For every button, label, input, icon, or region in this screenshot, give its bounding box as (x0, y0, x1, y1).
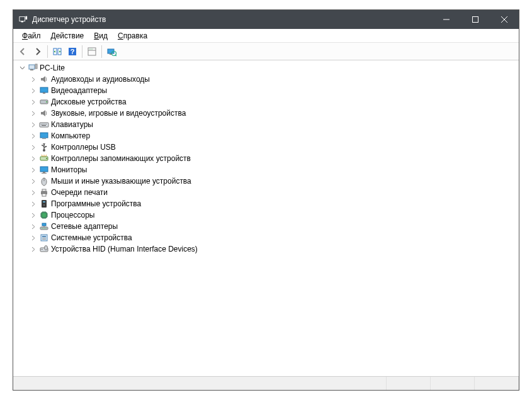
expander-closed-icon[interactable] (28, 119, 38, 130)
svg-rect-29 (43, 124, 44, 125)
titlebar: Диспетчер устройств (13, 10, 519, 29)
category-node[interactable]: Сетевые адаптеры (13, 221, 519, 232)
svg-line-18 (115, 55, 116, 56)
properties-button[interactable] (85, 45, 99, 58)
minimize-button[interactable] (432, 10, 461, 29)
category-node[interactable]: Видеоадаптеры (13, 85, 519, 96)
svg-rect-52 (42, 213, 47, 218)
audio-icon (39, 108, 49, 118)
expander-closed-icon[interactable] (28, 187, 38, 197)
menu-file[interactable]: Файл (17, 30, 46, 42)
expander-closed-icon[interactable] (28, 233, 38, 243)
category-node[interactable]: Устройства HID (Human Interface Devices) (13, 243, 519, 255)
svg-rect-72 (42, 236, 46, 237)
expander-closed-icon[interactable] (28, 74, 38, 84)
toolbar: ? (13, 43, 519, 60)
category-label: Сетевые адаптеры (51, 221, 118, 232)
category-label: Контроллеры USB (51, 142, 116, 153)
statusbar (13, 376, 519, 390)
app-icon (18, 14, 28, 25)
toolbar-separator (82, 45, 82, 58)
svg-rect-27 (41, 124, 42, 125)
back-button[interactable] (16, 45, 30, 58)
category-node[interactable]: Системные устройства (13, 232, 519, 243)
svg-rect-47 (42, 189, 46, 191)
status-cell (475, 377, 519, 390)
category-label: Клавиатуры (51, 119, 93, 130)
menu-action[interactable]: Действие (46, 30, 89, 42)
audio-icon (39, 74, 49, 84)
show-hide-console-button[interactable] (50, 45, 64, 58)
category-label: Видеоадаптеры (51, 85, 107, 96)
category-node[interactable]: Клавиатуры (13, 119, 519, 130)
category-node[interactable]: Мыши и иные указывающие устройства (13, 175, 519, 187)
expander-closed-icon[interactable] (28, 86, 38, 96)
computer-icon (39, 131, 49, 141)
category-label: Контроллеры запоминающих устройств (51, 153, 191, 164)
expander-closed-icon[interactable] (28, 97, 38, 107)
svg-rect-48 (42, 194, 46, 196)
toolbar-separator (101, 45, 102, 58)
expander-closed-icon[interactable] (28, 165, 38, 175)
processor-icon (39, 210, 49, 220)
network-icon (39, 221, 49, 231)
root-node[interactable]: PC-Lite (13, 62, 519, 74)
svg-rect-74 (42, 239, 46, 240)
category-node[interactable]: Программные устройства (13, 198, 519, 209)
svg-rect-33 (40, 133, 48, 138)
expander-closed-icon[interactable] (28, 244, 38, 254)
svg-rect-43 (42, 173, 47, 174)
close-button[interactable] (490, 10, 519, 29)
svg-rect-26 (40, 123, 48, 127)
category-node[interactable]: Аудиовходы и аудиовыходы (13, 74, 519, 85)
forward-button[interactable] (31, 45, 45, 58)
svg-point-25 (46, 101, 47, 103)
svg-rect-49 (42, 200, 47, 208)
expander-closed-icon[interactable] (28, 131, 38, 141)
category-node[interactable]: Очереди печати (13, 187, 519, 198)
category-label: Мыши и иные указывающие устройства (51, 175, 191, 187)
svg-point-13 (89, 48, 90, 49)
svg-rect-4 (473, 17, 478, 23)
svg-point-70 (45, 228, 46, 228)
category-node[interactable]: Контроллеры USB (13, 142, 519, 153)
menu-help[interactable]: Справка (113, 30, 152, 42)
svg-rect-1 (21, 21, 24, 23)
svg-rect-42 (43, 172, 45, 173)
expander-closed-icon[interactable] (28, 108, 38, 118)
svg-rect-31 (46, 124, 47, 125)
menu-view[interactable]: Вид (89, 30, 113, 42)
expander-closed-icon[interactable] (28, 210, 38, 220)
svg-point-51 (43, 204, 45, 206)
maximize-button[interactable] (461, 10, 490, 29)
svg-rect-23 (43, 92, 45, 94)
computer-root-icon (28, 63, 38, 73)
window-controls (432, 10, 519, 29)
category-node[interactable]: Звуковые, игровые и видеоустройства (13, 108, 519, 119)
svg-rect-2 (26, 16, 28, 19)
device-tree[interactable]: PC-Lite Аудиовходы и аудиовыходыВидеоада… (13, 60, 519, 376)
expander-open-icon[interactable] (17, 63, 27, 73)
root-node-label: PC-Lite (40, 62, 65, 74)
svg-rect-0 (20, 17, 25, 21)
svg-rect-77 (41, 249, 42, 250)
status-cell (431, 377, 475, 390)
scan-hardware-button[interactable] (105, 45, 118, 58)
help-button[interactable]: ? (65, 45, 79, 58)
keyboard-icon (39, 119, 49, 130)
expander-closed-icon[interactable] (28, 221, 38, 231)
category-node[interactable]: Процессоры (13, 209, 519, 221)
category-label: Звуковые, игровые и видеоустройства (51, 108, 186, 119)
expander-closed-icon[interactable] (28, 176, 38, 186)
expander-closed-icon[interactable] (28, 142, 38, 152)
category-node[interactable]: Контроллеры запоминающих устройств (13, 153, 519, 164)
svg-rect-20 (30, 69, 33, 70)
storage-icon (39, 153, 49, 164)
category-node[interactable]: Мониторы (13, 164, 519, 175)
monitor-icon (39, 165, 49, 175)
category-node[interactable]: Дисковые устройства (13, 96, 519, 108)
expander-closed-icon[interactable] (28, 153, 38, 164)
hid-icon (39, 244, 49, 254)
expander-closed-icon[interactable] (28, 199, 38, 209)
category-node[interactable]: Компьютер (13, 130, 519, 142)
